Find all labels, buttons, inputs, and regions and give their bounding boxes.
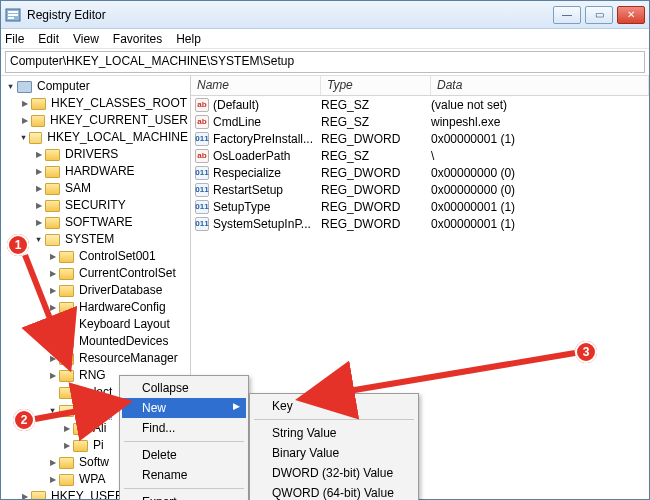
tree-node-resmgr[interactable]: ResourceManager bbox=[47, 350, 190, 367]
chevron-right-icon[interactable] bbox=[33, 149, 44, 160]
folder-icon bbox=[59, 474, 74, 486]
value-name: CmdLine bbox=[213, 115, 261, 129]
ctx-separator bbox=[124, 441, 244, 442]
address-bar[interactable]: Computer\HKEY_LOCAL_MACHINE\SYSTEM\Setup bbox=[5, 51, 645, 73]
tree-label: ControlSet001 bbox=[77, 248, 158, 265]
tree-node-computer[interactable]: Computer bbox=[5, 78, 190, 95]
chevron-down-icon[interactable] bbox=[5, 81, 16, 92]
ctx-new-dword[interactable]: DWORD (32-bit) Value bbox=[252, 463, 416, 483]
value-type: REG_SZ bbox=[321, 115, 431, 129]
tree-leaf-icon bbox=[47, 387, 58, 398]
tree-node-hardware[interactable]: HARDWARE bbox=[33, 163, 190, 180]
column-header-data[interactable]: Data bbox=[431, 76, 649, 95]
tree-node-hwcfg[interactable]: HardwareConfig bbox=[47, 299, 190, 316]
chevron-right-icon[interactable] bbox=[47, 251, 58, 262]
list-item[interactable]: ab(Default)REG_SZ(value not set) bbox=[191, 96, 649, 113]
chevron-right-icon[interactable] bbox=[47, 319, 58, 330]
menu-favorites[interactable]: Favorites bbox=[113, 32, 162, 46]
menu-help[interactable]: Help bbox=[176, 32, 201, 46]
chevron-right-icon[interactable] bbox=[33, 166, 44, 177]
menu-edit[interactable]: Edit bbox=[38, 32, 59, 46]
tree-label: HKEY_CLASSES_ROOT bbox=[49, 95, 189, 112]
chevron-right-icon[interactable] bbox=[33, 217, 44, 228]
chevron-right-icon[interactable] bbox=[33, 200, 44, 211]
chevron-right-icon[interactable] bbox=[61, 440, 72, 451]
folder-icon bbox=[45, 166, 60, 178]
tree-node-cs001[interactable]: ControlSet001 bbox=[47, 248, 190, 265]
tree-label: CurrentControlSet bbox=[77, 265, 178, 282]
tree-label: DRIVERS bbox=[63, 146, 120, 163]
list-item[interactable]: abOsLoaderPathREG_SZ\ bbox=[191, 147, 649, 164]
chevron-right-icon[interactable] bbox=[47, 370, 58, 381]
chevron-right-icon[interactable] bbox=[47, 268, 58, 279]
ctx-delete[interactable]: Delete bbox=[122, 445, 246, 465]
list-item[interactable]: 011RestartSetupREG_DWORD0x00000000 (0) bbox=[191, 181, 649, 198]
chevron-right-icon[interactable] bbox=[33, 183, 44, 194]
tree-node-hkcu[interactable]: HKEY_CURRENT_USER bbox=[19, 112, 190, 129]
chevron-right-icon[interactable] bbox=[61, 423, 72, 434]
value-data: 0x00000001 (1) bbox=[431, 132, 649, 146]
menu-file[interactable]: File bbox=[5, 32, 24, 46]
value-data: 0x00000000 (0) bbox=[431, 183, 649, 197]
list-item[interactable]: 011SetupTypeREG_DWORD0x00000001 (1) bbox=[191, 198, 649, 215]
value-type: REG_DWORD bbox=[321, 217, 431, 231]
window-title: Registry Editor bbox=[27, 8, 549, 22]
folder-icon bbox=[59, 387, 74, 399]
tree-node-security[interactable]: SECURITY bbox=[33, 197, 190, 214]
minimize-button[interactable]: — bbox=[553, 6, 581, 24]
list-item[interactable]: abCmdLineREG_SZwinpeshl.exe bbox=[191, 113, 649, 130]
ctx-new-binary[interactable]: Binary Value bbox=[252, 443, 416, 463]
list-item[interactable]: 011RespecializeREG_DWORD0x00000000 (0) bbox=[191, 164, 649, 181]
folder-icon bbox=[45, 217, 60, 229]
chevron-down-icon[interactable] bbox=[33, 234, 44, 245]
ctx-new[interactable]: New bbox=[122, 398, 246, 418]
tree-node-drivers[interactable]: DRIVERS bbox=[33, 146, 190, 163]
chevron-right-icon[interactable] bbox=[19, 98, 30, 109]
value-type: REG_DWORD bbox=[321, 183, 431, 197]
close-button[interactable]: ✕ bbox=[617, 6, 645, 24]
folder-icon bbox=[59, 457, 74, 469]
tree-label: ResourceManager bbox=[77, 350, 180, 367]
menu-view[interactable]: View bbox=[73, 32, 99, 46]
tree-node-kbd[interactable]: Keyboard Layout bbox=[47, 316, 190, 333]
ctx-collapse[interactable]: Collapse bbox=[122, 378, 246, 398]
chevron-right-icon[interactable] bbox=[19, 115, 30, 126]
column-header-name[interactable]: Name bbox=[191, 76, 321, 95]
ctx-find[interactable]: Find... bbox=[122, 418, 246, 438]
tree-node-drvdb[interactable]: DriverDatabase bbox=[47, 282, 190, 299]
annotation-badge-1: 1 bbox=[7, 234, 29, 256]
tree-node-system[interactable]: SYSTEM bbox=[33, 231, 190, 248]
value-data: 0x00000001 (1) bbox=[431, 217, 649, 231]
ctx-new-qword[interactable]: QWORD (64-bit) Value bbox=[252, 483, 416, 500]
list-item[interactable]: 011FactoryPreInstall...REG_DWORD0x000000… bbox=[191, 130, 649, 147]
chevron-right-icon[interactable] bbox=[47, 474, 58, 485]
ctx-new-key[interactable]: Key bbox=[252, 396, 416, 416]
folder-icon bbox=[45, 149, 60, 161]
tree-node-ccs[interactable]: CurrentControlSet bbox=[47, 265, 190, 282]
chevron-down-icon[interactable] bbox=[47, 405, 58, 416]
column-header-type[interactable]: Type bbox=[321, 76, 431, 95]
tree-node-hklm[interactable]: HKEY_LOCAL_MACHINE bbox=[19, 129, 190, 146]
ctx-new-string[interactable]: String Value bbox=[252, 423, 416, 443]
chevron-right-icon[interactable] bbox=[19, 491, 30, 499]
chevron-right-icon[interactable] bbox=[47, 285, 58, 296]
tree-node-md[interactable]: MountedDevices bbox=[47, 333, 190, 350]
chevron-right-icon[interactable] bbox=[47, 336, 58, 347]
tree-node-sam[interactable]: SAM bbox=[33, 180, 190, 197]
chevron-right-icon[interactable] bbox=[47, 302, 58, 313]
list-item[interactable]: 011SystemSetupInP...REG_DWORD0x00000001 … bbox=[191, 215, 649, 232]
ctx-rename[interactable]: Rename bbox=[122, 465, 246, 485]
chevron-down-icon[interactable] bbox=[19, 132, 28, 143]
tree-node-software[interactable]: SOFTWARE bbox=[33, 214, 190, 231]
tree-node-hkcr[interactable]: HKEY_CLASSES_ROOT bbox=[19, 95, 190, 112]
ctx-export[interactable]: Export bbox=[122, 492, 246, 500]
tree-label: Computer bbox=[35, 78, 92, 95]
maximize-button[interactable]: ▭ bbox=[585, 6, 613, 24]
chevron-right-icon[interactable] bbox=[47, 457, 58, 468]
folder-icon bbox=[73, 423, 88, 435]
svg-rect-1 bbox=[8, 11, 18, 13]
value-name: (Default) bbox=[213, 98, 259, 112]
chevron-right-icon[interactable] bbox=[47, 353, 58, 364]
folder-icon bbox=[59, 370, 74, 382]
dword-value-icon: 011 bbox=[195, 200, 209, 214]
